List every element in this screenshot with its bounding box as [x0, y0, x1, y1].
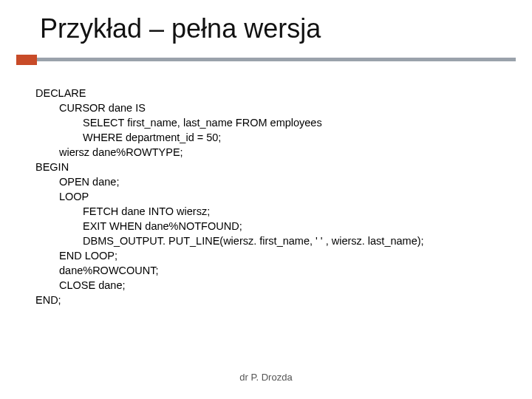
code-line: BEGIN: [35, 160, 502, 174]
code-line: END;: [35, 293, 502, 307]
code-line: SELECT first_name, last_name FROM employ…: [35, 115, 502, 130]
code-line: DBMS_OUTPUT. PUT_LINE(wiersz. first_name…: [35, 233, 502, 248]
code-line: END LOOP;: [35, 248, 502, 263]
code-block: DECLARE CURSOR dane IS SELECT first_name…: [0, 65, 532, 307]
code-line: FETCH dane INTO wiersz;: [35, 204, 502, 219]
code-line: LOOP: [35, 189, 502, 204]
slide: Przykład – pełna wersja DECLARE CURSOR d…: [0, 0, 532, 399]
code-line: EXIT WHEN dane%NOTFOUND;: [35, 219, 502, 233]
code-line: CURSOR dane IS: [35, 100, 502, 115]
slide-title: Przykład – pełna wersja: [0, 0, 532, 55]
code-line: dane%ROWCOUNT;: [35, 263, 502, 278]
code-line: DECLARE: [35, 86, 502, 100]
code-line: OPEN dane;: [35, 174, 502, 189]
code-line: wiersz dane%ROWTYPE;: [35, 145, 502, 160]
code-line: WHERE department_id = 50;: [35, 130, 502, 145]
accent-right: [37, 58, 516, 61]
accent-left: [16, 55, 37, 65]
accent-bar: [16, 55, 532, 65]
code-line: CLOSE dane;: [35, 278, 502, 293]
footer-author: dr P. Drozda: [0, 372, 532, 383]
